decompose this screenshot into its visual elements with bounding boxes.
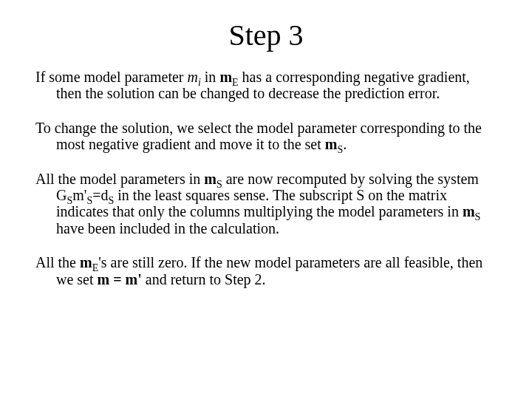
- paragraph-1: If some model parameter mi in mE has a c…: [35, 69, 497, 102]
- p4-text-a: All the: [35, 254, 80, 270]
- p3-mS2: m: [463, 203, 475, 219]
- p3-mS2-sub: S: [475, 211, 481, 222]
- p3-text-d: have been included in the calculation.: [56, 220, 279, 236]
- p1-mE: m: [219, 69, 232, 85]
- paragraph-4: All the mE's are still zero. If the new …: [35, 254, 497, 287]
- paragraph-2: To change the solution, we select the mo…: [35, 120, 497, 153]
- p3-eq-m: m': [72, 187, 86, 203]
- p2-text-a: To change the solution, we select the mo…: [35, 120, 482, 152]
- p4-mE: m: [80, 254, 92, 270]
- slide-title: Step 3: [35, 18, 497, 52]
- p4-m-eq: m = m': [98, 271, 142, 287]
- slide: Step 3 If some model parameter mi in mE …: [0, 0, 532, 399]
- p3-text-c: in the least squares sense. The subscrip…: [56, 187, 463, 219]
- p3-text-a: All the model parameters in: [35, 171, 204, 187]
- p1-m-italic: m: [187, 69, 197, 85]
- p3-text-b: are now recomputed by solving the system: [222, 171, 479, 187]
- p2-text-b: .: [343, 136, 347, 152]
- p1-text-b: in: [201, 69, 220, 85]
- p1-text-a: If some model parameter: [35, 69, 187, 85]
- paragraph-3: All the model parameters in mS are now r…: [35, 171, 497, 237]
- p4-text-c: and return to Step 2.: [142, 271, 266, 287]
- p3-mS: m: [204, 171, 216, 187]
- p3-eq-d: =d: [92, 187, 108, 203]
- p3-eq-G: G: [56, 187, 66, 203]
- p2-mS: m: [325, 136, 338, 152]
